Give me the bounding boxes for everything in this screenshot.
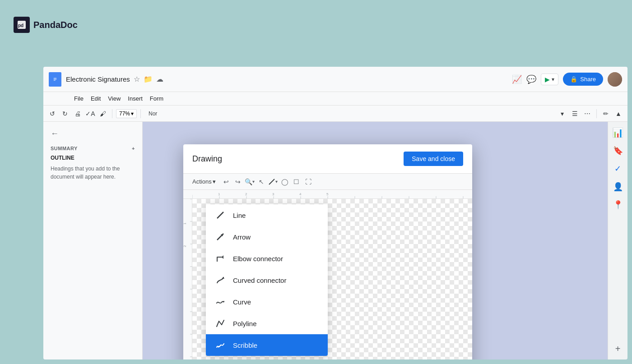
scribble-label: Scribble: [233, 341, 257, 349]
polyline-icon: [215, 318, 226, 329]
meet-icon: ▶: [545, 76, 550, 83]
drawing-ruler: 1 2 3 4 5: [183, 190, 472, 199]
redo-draw-button[interactable]: ↪: [233, 177, 243, 187]
scribble-option[interactable]: Scribble: [206, 334, 328, 356]
outline-description: Headings that you add to the document wi…: [51, 165, 135, 181]
style-value: Nor: [149, 111, 157, 117]
print-button[interactable]: 🖨: [72, 108, 83, 119]
zoom-value: 77%: [119, 111, 130, 117]
svg-text:4: 4: [299, 192, 302, 196]
pandadoc-header: pd PandaDoc: [0, 0, 632, 50]
outline-label: OUTLINE: [51, 155, 135, 161]
back-button[interactable]: ←: [51, 129, 135, 138]
svg-text:2: 2: [183, 245, 187, 247]
pandadoc-logo: pd PandaDoc: [14, 17, 78, 33]
sidebar-icon-add[interactable]: +: [611, 341, 625, 356]
svg-text:3: 3: [272, 192, 274, 196]
sidebar-icon-bookmark[interactable]: 🔖: [611, 143, 625, 158]
share-button[interactable]: 🔒 Share: [563, 73, 603, 86]
redo-button[interactable]: ↻: [60, 108, 70, 119]
more-button[interactable]: ⋯: [582, 108, 593, 119]
curve-label: Curve: [233, 298, 251, 306]
curve-option[interactable]: Curve: [206, 291, 328, 313]
folder-icon[interactable]: 📁: [144, 75, 153, 83]
format-options-button[interactable]: ▾: [557, 108, 567, 119]
image-button[interactable]: ⛶: [303, 177, 313, 187]
pandadoc-logo-icon: pd: [14, 17, 30, 33]
gdocs-doc-icon: [49, 72, 61, 87]
elbow-option[interactable]: Elbow connector: [206, 248, 328, 269]
line-label: Line: [233, 212, 246, 219]
actions-button[interactable]: Actions ▾: [189, 176, 219, 187]
summary-add[interactable]: +: [132, 146, 135, 151]
menu-bar: File Edit View Insert Form: [43, 92, 627, 106]
zoom-selector[interactable]: 77% ▾: [116, 109, 137, 118]
undo-draw-button[interactable]: ↩: [221, 177, 231, 187]
zoom-draw-button[interactable]: 🔍▾: [245, 177, 255, 187]
style-selector[interactable]: Nor: [144, 109, 161, 118]
curved-connector-icon: [215, 275, 226, 286]
list-button[interactable]: ☰: [569, 108, 580, 119]
actions-label: Actions: [192, 178, 212, 185]
user-avatar: [608, 72, 622, 87]
line-button[interactable]: ▾: [268, 177, 278, 187]
line-icon: [215, 210, 226, 221]
curve-icon: [215, 296, 226, 307]
collapse-button[interactable]: ▲: [613, 108, 624, 119]
paintformat-button[interactable]: 🖌: [98, 108, 108, 119]
comment-icon[interactable]: 💬: [526, 74, 536, 84]
undo-button[interactable]: ↺: [47, 108, 58, 119]
svg-line-6: [269, 179, 274, 184]
svg-text:1: 1: [183, 222, 187, 225]
cloud-icon[interactable]: ☁: [156, 75, 163, 83]
drawing-title: Drawing: [192, 154, 222, 164]
right-sidebar: 📊 🔖 ✓ 👤 📍 +: [608, 122, 627, 359]
doc-content: Drawing Save and close Actions ▾ ↩ ↪ 🔍▾ …: [143, 122, 608, 359]
sidebar-icon-user[interactable]: 👤: [611, 180, 625, 194]
canvas-area: 1 2: [183, 199, 472, 359]
toolbar-right: ▾ ☰ ⋯ ✏ ▲: [557, 108, 624, 119]
left-ruler: 1 2: [183, 199, 192, 359]
menu-file[interactable]: File: [70, 93, 87, 104]
polyline-option[interactable]: Polyline: [206, 313, 328, 334]
spellcheck-button[interactable]: ✓A: [85, 108, 96, 119]
toolbar-divider-3: [596, 109, 597, 118]
sidebar-icon-check[interactable]: ✓: [611, 161, 625, 176]
svg-marker-38: [222, 255, 223, 259]
edit-button[interactable]: ✏: [600, 108, 611, 119]
toolbar-divider-2: [140, 109, 141, 118]
elbow-label: Elbow connector: [233, 255, 283, 263]
text-button[interactable]: ☐: [292, 177, 302, 187]
elbow-icon: [215, 253, 226, 264]
menu-edit[interactable]: Edit: [87, 93, 104, 104]
select-button[interactable]: ↖: [256, 177, 266, 187]
menu-format[interactable]: Form: [146, 93, 167, 104]
lock-icon: 🔒: [570, 76, 577, 83]
curved-connector-label: Curved connector: [233, 276, 286, 284]
line-type-dropdown: Line Arrow: [206, 204, 328, 356]
menu-insert[interactable]: Insert: [124, 93, 146, 104]
shape-button[interactable]: ◯: [280, 177, 290, 187]
drawing-header: Drawing Save and close: [183, 144, 472, 174]
curved-connector-option[interactable]: Curved connector: [206, 269, 328, 291]
line-option[interactable]: Line: [206, 204, 328, 226]
drawing-dialog: Drawing Save and close Actions ▾ ↩ ↪ 🔍▾ …: [183, 144, 472, 359]
arrow-option[interactable]: Arrow: [206, 226, 328, 248]
sidebar-icon-location[interactable]: 📍: [611, 198, 625, 212]
toolbar-divider-1: [112, 109, 112, 118]
meet-button[interactable]: ▶ ▾: [541, 74, 558, 85]
arrow-label: Arrow: [233, 233, 251, 241]
gdocs-topbar: Electronic Signatures ☆ 📁 ☁ 📈 💬 ▶ ▾ 🔒 Sh…: [43, 67, 627, 92]
sidebar-icon-chart[interactable]: 📊: [611, 125, 625, 140]
zoom-arrow: ▾: [131, 111, 134, 117]
meet-label: ▾: [552, 76, 554, 83]
svg-text:1: 1: [218, 192, 220, 196]
star-icon[interactable]: ☆: [134, 75, 140, 83]
drawing-toolbar: Actions ▾ ↩ ↪ 🔍▾ ↖ ▾ ◯ ☐ ⛶: [183, 174, 472, 190]
save-close-button[interactable]: Save and close: [404, 152, 463, 166]
doc-window: Electronic Signatures ☆ 📁 ☁ 📈 💬 ▶ ▾ 🔒 Sh…: [43, 67, 627, 359]
drawing-canvas[interactable]: Line Arrow: [192, 199, 472, 359]
summary-label: SUMMARY: [51, 146, 78, 151]
trending-icon: 📈: [512, 74, 522, 84]
menu-view[interactable]: View: [104, 93, 124, 104]
